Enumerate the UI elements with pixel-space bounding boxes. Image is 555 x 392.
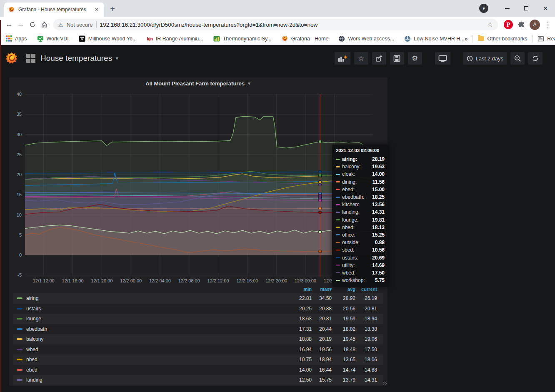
legend-series-name[interactable]: wbed	[26, 347, 286, 352]
browser-toolbar: ← → ⚠ Not secure 192.168.16.21:3000/d/yr…	[0, 17, 555, 32]
window-minimize-button[interactable]	[498, 0, 517, 17]
x-axis-tick-label: 12/1 20:00	[91, 278, 112, 283]
x-axis-tick-label: 12/2 12:00	[208, 278, 229, 283]
y-axis-tick-label: -5	[18, 272, 22, 277]
cell-current: 14.31	[355, 377, 377, 383]
cell-min: 17.31	[286, 326, 312, 332]
legend-column-avg[interactable]: avg	[332, 287, 355, 292]
extensions-puzzle-icon[interactable]	[515, 19, 527, 30]
panel-header[interactable]: All Mount Pleasant Farm temperatures ▼	[9, 77, 388, 89]
dashboard-title-caret-icon[interactable]: ▼	[115, 56, 119, 61]
legend-series-name[interactable]: nbed	[26, 357, 286, 362]
tooltip-row: kitchen: 13.56	[336, 201, 385, 208]
bookmark-item[interactable]: Work Web access...	[338, 35, 394, 42]
bookmark-item[interactable]: Low Noise MVHR H...	[404, 35, 465, 42]
home-button[interactable]	[38, 19, 50, 30]
address-bar[interactable]: ⚠ Not secure 192.168.16.21:3000/d/yrD500…	[53, 19, 498, 30]
gear-icon: ⚙	[412, 54, 418, 63]
cell-avg: 13.65	[332, 357, 355, 362]
home-icon	[41, 21, 48, 28]
tab-title: Grafana - House temperatures	[18, 7, 90, 12]
profile-avatar[interactable]: A	[530, 20, 540, 30]
reload-button[interactable]	[27, 19, 38, 30]
series-color-dash	[17, 308, 22, 310]
reading-list-button[interactable]: Reading list	[538, 35, 555, 42]
legend-series-name[interactable]: ustairs	[26, 306, 286, 312]
bookmark-star-icon[interactable]: ☆	[488, 21, 493, 28]
legend-series-name[interactable]: ebedbath	[26, 326, 286, 332]
save-dashboard-button[interactable]	[390, 52, 404, 65]
tooltip-series-value: 19.63	[372, 164, 385, 170]
browser-tab[interactable]: Grafana - House temperatures ✕	[4, 2, 104, 17]
legend-series-name[interactable]: airing	[26, 295, 286, 301]
dashboard-grid-icon[interactable]	[26, 54, 35, 63]
thermo-chart-icon	[213, 35, 220, 42]
tooltip-series-value: 14.00	[372, 171, 385, 177]
legend-series-name[interactable]: ebed	[26, 367, 286, 373]
cell-max: 20.88	[312, 306, 332, 312]
tab-close-icon[interactable]: ✕	[93, 6, 100, 13]
cycle-view-mode-button[interactable]	[435, 52, 450, 65]
tooltip-series-name: office:	[342, 232, 372, 238]
series-color-dash	[17, 318, 22, 320]
new-tab-button[interactable]: +	[107, 3, 118, 15]
other-bookmarks-button[interactable]: Other bookmarks	[478, 36, 527, 42]
bookmark-item[interactable]: kjnIR Range Aluminiu...	[147, 36, 203, 42]
tooltip-series-value: 15.00	[372, 187, 385, 192]
series-color-dash	[17, 297, 22, 299]
browser-notification-icon[interactable]: ▾	[479, 4, 488, 13]
tooltip-series-name: wbed:	[342, 270, 372, 276]
pinterest-extension-icon[interactable]: P	[504, 20, 513, 29]
temperature-chart[interactable]: -5051015202530354012/1 12:0012/1 16:0012…	[9, 89, 388, 285]
refresh-dashboard-button[interactable]	[528, 52, 542, 65]
series-color-dash	[336, 189, 340, 190]
tooltip-row: airing: 28.19	[336, 155, 385, 163]
zoom-out-time-button[interactable]	[510, 52, 525, 65]
legend-series-name[interactable]: balcony	[26, 336, 286, 342]
table-row: ebed 14.00 16.44 14.74 14.88	[13, 365, 383, 375]
bookmarks-overflow-chevron[interactable]: »	[465, 35, 468, 42]
legend-column-max[interactable]: max▾	[312, 287, 332, 292]
table-row: balcony 18.88 20.19 19.45 19.06	[13, 334, 383, 345]
panel-resize-handle[interactable]	[383, 382, 387, 385]
add-panel-button[interactable]	[335, 52, 350, 65]
star-dashboard-button[interactable]: ☆	[354, 52, 368, 65]
panel-menu-caret-icon[interactable]: ▼	[247, 81, 251, 86]
not-secure-warning-icon[interactable]: ⚠	[58, 22, 63, 28]
window-maximize-button[interactable]	[517, 0, 536, 17]
not-secure-label[interactable]: Not secure	[67, 22, 93, 28]
bookmark-item[interactable]: Thermodynamic Sy...	[213, 35, 272, 42]
series-color-dash	[336, 272, 340, 273]
dashboard-settings-button[interactable]: ⚙	[408, 52, 422, 65]
tooltip-row: utility: 14.69	[336, 262, 385, 269]
legend-column-current[interactable]: current	[355, 287, 377, 292]
grafana-logo-icon[interactable]	[5, 52, 19, 65]
forward-button[interactable]: →	[15, 19, 27, 30]
grafana-header: House temperatures ▼ ☆ ⚙ Last 2 days	[0, 45, 555, 72]
bookmark-item[interactable]: Grafana - Home	[282, 35, 329, 42]
tooltip-row: sbed: 10.56	[336, 246, 385, 254]
tooltip-series-name: lounge:	[342, 217, 372, 223]
legend-series-name[interactable]: landing	[26, 377, 286, 383]
share-dashboard-button[interactable]	[372, 52, 386, 65]
back-button[interactable]: ←	[3, 19, 15, 30]
series-color-dash	[336, 227, 340, 228]
tooltip-row: outside: 0.88	[336, 239, 385, 246]
bookmark-item[interactable]: Apps	[6, 35, 27, 42]
tooltip-series-name: workshop:	[342, 277, 375, 283]
series-color-dash	[336, 174, 340, 175]
bookmark-label: Apps	[15, 36, 27, 42]
panel-title[interactable]: All Mount Pleasant Farm temperatures	[145, 80, 245, 87]
dashboard-title[interactable]: House temperatures	[40, 54, 112, 63]
browser-menu-icon[interactable]: ⋮	[542, 21, 552, 29]
url-text[interactable]: 192.168.16.21:3000/d/yrD500smz/house-tem…	[100, 22, 484, 28]
bookmark-item[interactable]: Work VDI	[37, 35, 69, 42]
bookmark-item[interactable]: Millhouse Wood Yo...	[79, 35, 137, 42]
cell-current: 18.38	[355, 326, 377, 332]
time-range-picker[interactable]: Last 2 days	[463, 52, 507, 65]
legend-column-min[interactable]: min	[286, 287, 312, 292]
window-close-button[interactable]: ✕	[536, 0, 555, 17]
tooltip-series-name: dining:	[342, 179, 372, 185]
hover-dot-airing	[318, 140, 321, 143]
legend-series-name[interactable]: lounge	[26, 316, 286, 322]
